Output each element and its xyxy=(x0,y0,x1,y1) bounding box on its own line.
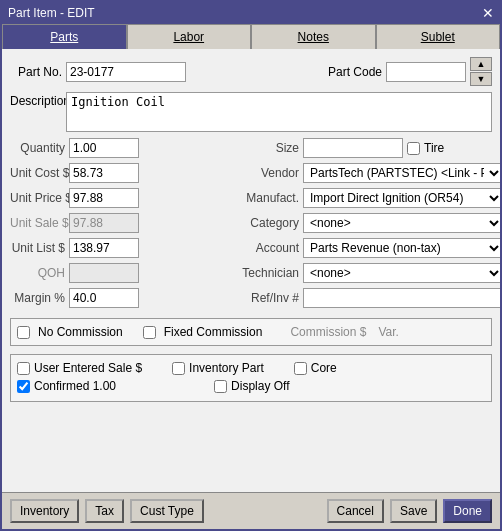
unit-list-row: Unit List $ xyxy=(10,238,230,258)
tab-parts[interactable]: Parts xyxy=(2,24,127,49)
account-label: Account xyxy=(234,241,299,255)
no-commission-checkbox[interactable] xyxy=(17,326,30,339)
options-section: User Entered Sale $ Inventory Part Core … xyxy=(10,354,492,402)
unit-cost-label: Unit Cost $ xyxy=(10,166,65,180)
done-button[interactable]: Done xyxy=(443,499,492,523)
window-title: Part Item - EDIT xyxy=(8,6,95,20)
options-row1: User Entered Sale $ Inventory Part Core xyxy=(17,361,485,375)
core-checkbox[interactable] xyxy=(294,362,307,375)
vendor-row: Vendor PartsTech (PARTSTEC) <Link - Par.… xyxy=(234,163,500,183)
user-entered-sale-row: User Entered Sale $ xyxy=(17,361,142,375)
vendor-label: Vendor xyxy=(234,166,299,180)
unit-sale-input[interactable] xyxy=(69,213,139,233)
unit-cost-input[interactable] xyxy=(69,163,139,183)
tab-labor[interactable]: Labor xyxy=(127,24,252,49)
core-row: Core xyxy=(294,361,337,375)
part-no-label: Part No. xyxy=(10,65,62,79)
cust-type-button[interactable]: Cust Type xyxy=(130,499,204,523)
left-column: Quantity Unit Cost $ Unit Price $ Unit S… xyxy=(10,138,230,310)
description-input[interactable]: Ignition Coil xyxy=(66,92,492,132)
tab-bar: Parts Labor Notes Sublet xyxy=(2,24,500,49)
commission-section: No Commission Fixed Commission Commissio… xyxy=(10,318,492,346)
unit-list-label: Unit List $ xyxy=(10,241,65,255)
category-select[interactable]: <none> xyxy=(303,213,500,233)
tab-notes[interactable]: Notes xyxy=(251,24,376,49)
inventory-part-row: Inventory Part xyxy=(172,361,264,375)
user-entered-sale-checkbox[interactable] xyxy=(17,362,30,375)
no-commission-label: No Commission xyxy=(38,325,123,339)
manufact-select[interactable]: Import Direct Ignition (OR54) xyxy=(303,188,500,208)
description-label: Description xyxy=(10,92,62,108)
part-code-input[interactable] xyxy=(386,62,466,82)
description-row: Description Ignition Coil xyxy=(10,92,492,132)
refinv-label: Ref/Inv # xyxy=(234,291,299,305)
part-code-label: Part Code xyxy=(328,65,382,79)
part-no-input[interactable] xyxy=(66,62,186,82)
account-select[interactable]: Parts Revenue (non-tax) xyxy=(303,238,500,258)
size-input[interactable] xyxy=(303,138,403,158)
qoh-input xyxy=(69,263,139,283)
display-off-label: Display Off xyxy=(231,379,289,393)
fixed-commission-label: Fixed Commission xyxy=(164,325,263,339)
category-row: Category <none> xyxy=(234,213,500,233)
options-row2: Confirmed 1.00 Display Off xyxy=(17,379,485,393)
arrow-down-button[interactable]: ▼ xyxy=(470,72,492,86)
tire-label: Tire xyxy=(424,141,444,155)
margin-input[interactable] xyxy=(69,288,139,308)
confirmed-label: Confirmed 1.00 xyxy=(34,379,116,393)
cancel-button[interactable]: Cancel xyxy=(327,499,384,523)
commission-row: No Commission Fixed Commission Commissio… xyxy=(17,325,485,339)
tab-sublet[interactable]: Sublet xyxy=(376,24,501,49)
unit-cost-row: Unit Cost $ xyxy=(10,163,230,183)
content-area: Part No. Part Code ▲ ▼ Description Ignit… xyxy=(2,49,500,492)
margin-label: Margin % xyxy=(10,291,65,305)
core-label: Core xyxy=(311,361,337,375)
quantity-input[interactable] xyxy=(69,138,139,158)
technician-select[interactable]: <none> xyxy=(303,263,500,283)
qoh-label: QOH xyxy=(10,266,65,280)
refinv-row: Ref/Inv # xyxy=(234,288,500,308)
close-icon[interactable]: ✕ xyxy=(482,5,494,21)
manufact-row: Manufact. Import Direct Ignition (OR54) xyxy=(234,188,500,208)
inventory-part-label: Inventory Part xyxy=(189,361,264,375)
technician-row: Technician <none> xyxy=(234,263,500,283)
unit-sale-row: Unit Sale $ xyxy=(10,213,230,233)
inventory-button[interactable]: Inventory xyxy=(10,499,79,523)
margin-row: Margin % xyxy=(10,288,230,308)
display-off-row: Display Off xyxy=(214,379,289,393)
category-label: Category xyxy=(234,216,299,230)
account-row: Account Parts Revenue (non-tax) xyxy=(234,238,500,258)
unit-price-label: Unit Price $ xyxy=(10,191,65,205)
var-label: Var. xyxy=(378,325,398,339)
footer: Inventory Tax Cust Type Cancel Save Done xyxy=(2,492,500,529)
size-label: Size xyxy=(234,141,299,155)
commission-dollar-label: Commission $ xyxy=(290,325,366,339)
window: Part Item - EDIT ✕ Parts Labor Notes Sub… xyxy=(0,0,502,531)
save-button[interactable]: Save xyxy=(390,499,437,523)
fixed-commission-checkbox[interactable] xyxy=(143,326,156,339)
display-off-checkbox[interactable] xyxy=(214,380,227,393)
quantity-label: Quantity xyxy=(10,141,65,155)
vendor-select[interactable]: PartsTech (PARTSTEC) <Link - Par... xyxy=(303,163,500,183)
arrow-up-button[interactable]: ▲ xyxy=(470,57,492,71)
tax-button[interactable]: Tax xyxy=(85,499,124,523)
part-code-arrows: ▲ ▼ xyxy=(470,57,492,86)
technician-label: Technician xyxy=(234,266,299,280)
main-fields: Quantity Unit Cost $ Unit Price $ Unit S… xyxy=(10,138,492,310)
unit-sale-label: Unit Sale $ xyxy=(10,216,65,230)
partno-row: Part No. Part Code ▲ ▼ xyxy=(10,57,492,86)
unit-list-input[interactable] xyxy=(69,238,139,258)
confirmed-checkbox[interactable] xyxy=(17,380,30,393)
inventory-part-checkbox[interactable] xyxy=(172,362,185,375)
right-column: Size Tire Vendor PartsTech (PARTSTEC) <L… xyxy=(230,138,500,310)
title-bar: Part Item - EDIT ✕ xyxy=(2,2,500,24)
footer-right: Cancel Save Done xyxy=(327,499,492,523)
tire-checkbox[interactable] xyxy=(407,142,420,155)
manufact-label: Manufact. xyxy=(234,191,299,205)
unit-price-row: Unit Price $ xyxy=(10,188,230,208)
unit-price-input[interactable] xyxy=(69,188,139,208)
quantity-row: Quantity xyxy=(10,138,230,158)
refinv-input[interactable] xyxy=(303,288,500,308)
qoh-row: QOH xyxy=(10,263,230,283)
size-row: Size Tire xyxy=(234,138,500,158)
